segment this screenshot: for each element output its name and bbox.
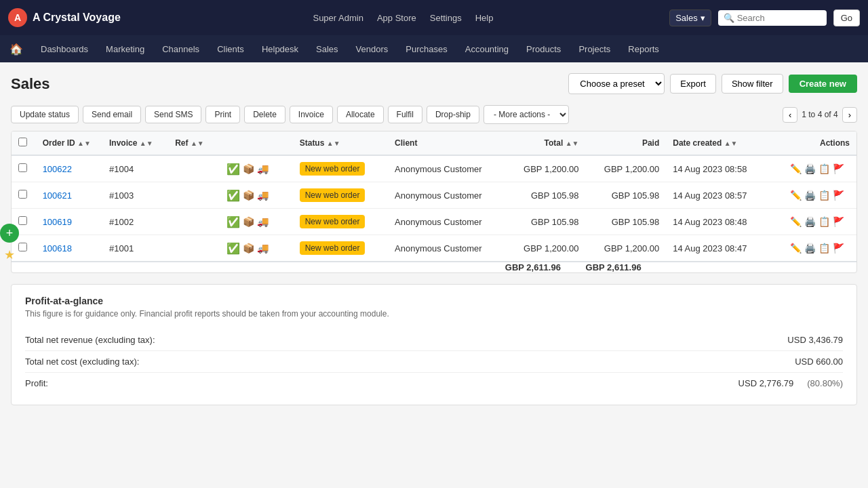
order-link-3[interactable]: 100618 (43, 243, 72, 253)
row-actions-3: ✏️ 🖨️ 📋 🚩 (790, 243, 850, 253)
nav-super-admin[interactable]: Super Admin (313, 13, 363, 23)
table-header-row: Order ID ▲▼ Invoice ▲▼ Ref ▲▼ Status ▲▼ (12, 131, 856, 155)
sidebar-item-purchases[interactable]: Purchases (397, 40, 455, 58)
truck-icon: 🚚 (257, 163, 269, 174)
print-icon[interactable]: 🖨️ (804, 163, 816, 174)
pagination-prev-button[interactable]: ‹ (783, 107, 797, 123)
quick-star-button[interactable]: ★ (0, 245, 19, 264)
invoice-button[interactable]: Invoice (290, 106, 333, 123)
row-checkbox-0[interactable] (18, 163, 27, 172)
main-content: Sales Choose a preset Export Show filter… (0, 62, 868, 416)
flag-icon[interactable]: 🚩 (833, 190, 844, 201)
row-total-2: GBP 105.98 (505, 209, 586, 235)
update-status-button[interactable]: Update status (11, 106, 79, 123)
col-header-ref[interactable]: Ref ▲▼ (168, 131, 220, 155)
row-paid-3: GBP 1,200.00 (586, 235, 667, 262)
go-button[interactable]: Go (833, 9, 860, 26)
flag-icon[interactable]: 🚩 (833, 216, 844, 227)
row-client-3: Anonymous Customer (388, 235, 505, 262)
export-button[interactable]: Export (670, 74, 716, 94)
sidebar-item-vendors[interactable]: Vendors (348, 40, 397, 58)
box-icon: 📦 (243, 243, 254, 253)
copy-icon[interactable]: 📋 (818, 243, 830, 253)
row-checkbox-2[interactable] (18, 216, 27, 225)
profit-values-2: USD 2,776.79 (80.80%) (738, 378, 843, 388)
select-all-checkbox[interactable] (18, 138, 27, 146)
preset-select[interactable]: Choose a preset (568, 73, 665, 94)
edit-icon[interactable]: ✏️ (790, 163, 802, 174)
copy-icon[interactable]: 📋 (818, 163, 830, 174)
print-button[interactable]: Print (205, 106, 240, 123)
check-icon: ✅ (226, 242, 240, 255)
copy-icon[interactable]: 📋 (818, 190, 830, 201)
sidebar-item-channels[interactable]: Channels (154, 40, 208, 58)
sidebar-item-marketing[interactable]: Marketing (98, 40, 153, 58)
flag-icon[interactable]: 🚩 (833, 243, 844, 253)
nav-help[interactable]: Help (475, 13, 494, 23)
page-actions: Choose a preset Export Show filter Creat… (568, 73, 857, 94)
truck-icon: 🚚 (257, 190, 269, 201)
status-badge-0: New web order (300, 162, 366, 176)
order-link-1[interactable]: 100621 (43, 190, 72, 201)
col-header-total[interactable]: Total ▲▼ (505, 131, 586, 155)
sidebar-item-accounting[interactable]: Accounting (457, 40, 517, 58)
profit-label-1: Total net cost (excluding tax): (25, 357, 139, 367)
col-header-date[interactable]: Date created ▲▼ (666, 131, 783, 155)
col-header-orderid[interactable]: Order ID ▲▼ (36, 131, 102, 155)
order-link-0[interactable]: 100622 (43, 164, 72, 174)
flag-icon[interactable]: 🚩 (833, 163, 844, 174)
home-icon[interactable]: 🏠 (9, 43, 23, 56)
sidebar-item-reports[interactable]: Reports (620, 40, 667, 58)
check-icon: ✅ (226, 216, 240, 228)
page-title: Sales (11, 75, 50, 93)
profit-label-2: Profit: (25, 378, 48, 388)
profit-row-0: Total net revenue (excluding tax): USD 3… (25, 329, 843, 351)
profit-row-2: Profit: USD 2,776.79 (80.80%) (25, 373, 843, 394)
more-actions-select[interactable]: - More actions - (484, 105, 569, 124)
search-input[interactable] (737, 13, 821, 23)
print-icon[interactable]: 🖨️ (804, 190, 816, 201)
sidebar-item-helpdesk[interactable]: Helpdesk (254, 40, 307, 58)
sidebar-item-sales[interactable]: Sales (308, 40, 347, 58)
sidebar-item-dashboards[interactable]: Dashboards (33, 40, 96, 58)
allocate-button[interactable]: Allocate (337, 106, 384, 123)
row-date-1: 14 Aug 2023 08:57 (666, 182, 783, 209)
edit-icon[interactable]: ✏️ (790, 243, 802, 253)
top-nav-links: Super Admin App Store Settings Help (137, 13, 669, 23)
status-badge-2: New web order (300, 215, 366, 228)
nav-settings[interactable]: Settings (430, 13, 462, 23)
orderid-sort-icon: ▲▼ (77, 140, 91, 147)
print-icon[interactable]: 🖨️ (804, 216, 816, 227)
sales-dropdown[interactable]: Sales ▾ (669, 9, 711, 26)
edit-icon[interactable]: ✏️ (790, 190, 802, 201)
total-sort-icon: ▲▼ (566, 140, 579, 147)
sidebar-item-products[interactable]: Products (518, 40, 569, 58)
sidebar-item-projects[interactable]: Projects (570, 40, 618, 58)
check-icon: ✅ (226, 189, 240, 202)
sec-nav-links: Dashboards Marketing Channels Clients He… (33, 40, 667, 58)
delete-button[interactable]: Delete (244, 106, 285, 123)
row-invoice-2: #1002 (102, 209, 168, 235)
sec-nav: 🏠 Dashboards Marketing Channels Clients … (0, 35, 868, 62)
print-icon[interactable]: 🖨️ (804, 243, 816, 253)
drop-ship-button[interactable]: Drop-ship (427, 106, 479, 123)
copy-icon[interactable]: 📋 (818, 216, 830, 227)
order-link-2[interactable]: 100619 (43, 217, 72, 227)
edit-icon[interactable]: ✏️ (790, 216, 802, 227)
sidebar-item-clients[interactable]: Clients (209, 40, 252, 58)
fulfil-button[interactable]: Fulfil (388, 106, 422, 123)
row-checkbox-1[interactable] (18, 190, 27, 199)
row-checkbox-3[interactable] (18, 243, 27, 251)
truck-icon: 🚚 (257, 243, 269, 253)
col-header-invoice[interactable]: Invoice ▲▼ (102, 131, 168, 155)
col-header-status[interactable]: Status ▲▼ (293, 131, 388, 155)
pagination-controls: ‹ 1 to 4 of 4 › (783, 107, 857, 123)
nav-app-store[interactable]: App Store (377, 13, 416, 23)
send-email-button[interactable]: Send email (83, 106, 141, 123)
create-new-button[interactable]: Create new (789, 75, 857, 93)
send-sms-button[interactable]: Send SMS (145, 106, 201, 123)
row-paid-0: GBP 1,200.00 (586, 155, 667, 182)
quick-add-button[interactable]: + (0, 224, 19, 243)
show-filter-button[interactable]: Show filter (722, 74, 783, 94)
pagination-next-button[interactable]: › (842, 107, 857, 123)
